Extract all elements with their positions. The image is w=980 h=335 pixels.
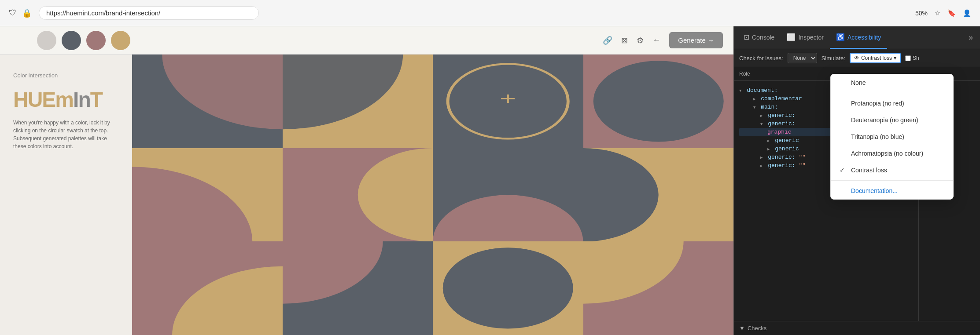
back-icon[interactable]: ← bbox=[652, 36, 660, 45]
svg-point-6 bbox=[357, 148, 433, 242]
swatch-mauve[interactable] bbox=[86, 31, 106, 50]
eye-icon: 👁 bbox=[854, 55, 859, 61]
svg-point-8 bbox=[583, 148, 659, 242]
svg-point-10 bbox=[283, 241, 383, 304]
generate-button[interactable]: Generate → bbox=[669, 32, 723, 48]
tree-label-generic-1: generic: bbox=[768, 112, 795, 119]
checks-label: Checks bbox=[748, 325, 766, 331]
dropdown-item-achromatopsia[interactable]: Achromatopsia (no colour) bbox=[831, 145, 953, 162]
svg-text:+: + bbox=[500, 89, 516, 108]
logo-letter-t: T bbox=[90, 87, 102, 112]
pattern-cell-12 bbox=[583, 241, 734, 335]
dropdown-item-documentation[interactable]: Documentation... bbox=[831, 182, 953, 199]
pattern-cell-8 bbox=[583, 148, 734, 242]
pattern-cell-3: + bbox=[433, 55, 583, 148]
site-label: Color intersection bbox=[13, 72, 119, 79]
dropdown-documentation-label: Documentation... bbox=[851, 187, 898, 194]
dropdown-deuteranopia-label: Deuteranopia (no green) bbox=[851, 117, 918, 124]
svg-point-5 bbox=[132, 167, 252, 241]
pattern-cell-1 bbox=[132, 55, 283, 148]
pattern-grid: + bbox=[132, 55, 733, 335]
swatch-dark-gray[interactable] bbox=[62, 31, 81, 50]
huemint-logo: H U E m I n T bbox=[13, 87, 119, 112]
lock-icon: 🔒 bbox=[22, 8, 32, 18]
website-area: 🔗 ⊠ ⚙ ← Generate → Color intersection H … bbox=[0, 26, 733, 335]
dropdown-item-none[interactable]: None bbox=[831, 74, 953, 91]
svg-point-4 bbox=[593, 61, 723, 142]
dropdown-divider-2 bbox=[831, 180, 953, 181]
star-icon[interactable]: ☆ bbox=[935, 9, 940, 17]
pattern-cell-10 bbox=[283, 241, 433, 335]
site-sidebar: Color intersection H U E m I n T When yo… bbox=[0, 55, 132, 335]
contrast-loss-check: ✓ bbox=[840, 167, 847, 174]
simulate-dropdown[interactable]: 👁 Contrast loss ▾ bbox=[850, 53, 901, 63]
tab-accessibility-label: Accessibility bbox=[847, 34, 881, 41]
grid-icon[interactable]: ⊠ bbox=[621, 36, 628, 45]
logo-letter-h: H bbox=[13, 87, 28, 112]
logo-letter-i: I bbox=[73, 87, 78, 112]
svg-point-11 bbox=[443, 248, 573, 329]
tree-label-document: document: bbox=[747, 87, 777, 94]
svg-point-1 bbox=[283, 55, 403, 129]
dropdown-item-protanopia[interactable]: Protanopia (no red) bbox=[831, 95, 953, 112]
tab-inspector[interactable]: ⬜ Inspector bbox=[781, 26, 830, 49]
more-tabs-button[interactable]: » bbox=[965, 26, 976, 49]
show-checkbox[interactable] bbox=[905, 55, 911, 61]
show-checkbox-label: Sh bbox=[905, 55, 919, 61]
profile-icon[interactable]: 👤 bbox=[963, 9, 971, 17]
svg-point-7 bbox=[433, 195, 583, 241]
shield-icon: 🛡 bbox=[9, 8, 17, 18]
tree-label-main: main: bbox=[761, 104, 778, 110]
simulate-label: Simulate: bbox=[822, 55, 845, 62]
tree-arrow-generic-1 bbox=[760, 112, 763, 119]
tab-console[interactable]: ⊡ Console bbox=[737, 26, 781, 49]
check-issues-select[interactable]: None bbox=[788, 53, 817, 63]
browser-nav-icons: 🛡 🔒 bbox=[9, 8, 32, 18]
pattern-cell-7 bbox=[433, 148, 583, 242]
dropdown-achromatopsia-label: Achromatopsia (no colour) bbox=[851, 150, 923, 157]
devtools-toolbar: Check for issues: None Simulate: 👁 Contr… bbox=[734, 49, 980, 67]
dropdown-tritanopia-label: Tritanopia (no blue) bbox=[851, 133, 904, 140]
tree-arrow-generic-6 bbox=[760, 162, 763, 169]
swatch-tan[interactable] bbox=[111, 31, 130, 50]
tab-inspector-label: Inspector bbox=[798, 34, 824, 41]
browser-right-controls: 50% ☆ 🔖 👤 bbox=[915, 9, 971, 17]
devtools-tabs: ⊡ Console ⬜ Inspector ♿ Accessibility » bbox=[734, 26, 980, 49]
link-icon[interactable]: 🔗 bbox=[603, 36, 612, 45]
swatch-light-gray[interactable] bbox=[37, 31, 56, 50]
browser-chrome: 🛡 🔒 https://huemint.com/brand-intersecti… bbox=[0, 0, 980, 26]
logo-letter-u: U bbox=[28, 87, 42, 112]
dropdown-contrast-loss-label: Contrast loss bbox=[851, 167, 887, 174]
console-icon: ⊡ bbox=[744, 33, 749, 41]
collapse-checks-icon[interactable]: ▼ bbox=[739, 325, 745, 331]
bookmark-icon[interactable]: 🔖 bbox=[947, 9, 956, 17]
tree-arrow-main bbox=[753, 104, 755, 110]
tab-accessibility[interactable]: ♿ Accessibility bbox=[830, 26, 887, 49]
check-issues-label: Check for issues: bbox=[739, 55, 783, 62]
tree-arrow-complementar bbox=[753, 95, 755, 102]
dropdown-item-deuteranopia[interactable]: Deuteranopia (no green) bbox=[831, 112, 953, 128]
site-description: When you're happy with a color, lock it … bbox=[13, 119, 119, 150]
site-toolbar: 🔗 ⊠ ⚙ ← Generate → bbox=[0, 26, 733, 55]
svg-point-12 bbox=[583, 241, 684, 304]
tree-label-graphic: graphic bbox=[767, 129, 792, 135]
pattern-cell-11 bbox=[433, 241, 583, 335]
site-toolbar-icons: 🔗 ⊠ ⚙ ← bbox=[603, 36, 660, 45]
tree-value-6: "" bbox=[799, 162, 806, 169]
site-content: Color intersection H U E m I n T When yo… bbox=[0, 55, 733, 335]
tree-label-generic-4: generic bbox=[775, 146, 799, 152]
dropdown-item-tritanopia[interactable]: Tritanopia (no blue) bbox=[831, 128, 953, 145]
tree-arrow-generic-5 bbox=[760, 154, 763, 160]
settings-icon[interactable]: ⚙ bbox=[637, 36, 644, 45]
pattern-cell-9 bbox=[132, 241, 283, 335]
dropdown-item-contrast-loss[interactable]: ✓ Contrast loss bbox=[831, 162, 953, 178]
address-bar[interactable]: https://huemint.com/brand-intersection/ bbox=[39, 6, 259, 20]
tree-label-generic-6: generic: bbox=[768, 162, 795, 169]
tree-arrow-document bbox=[739, 87, 741, 94]
dropdown-protanopia-label: Protanopia (no red) bbox=[851, 100, 904, 107]
tree-label-complementar: complementar bbox=[761, 95, 802, 102]
dropdown-divider-1 bbox=[831, 93, 953, 93]
more-icon: » bbox=[969, 33, 973, 42]
pattern-cell-5 bbox=[132, 148, 283, 242]
zoom-level: 50% bbox=[915, 10, 928, 17]
